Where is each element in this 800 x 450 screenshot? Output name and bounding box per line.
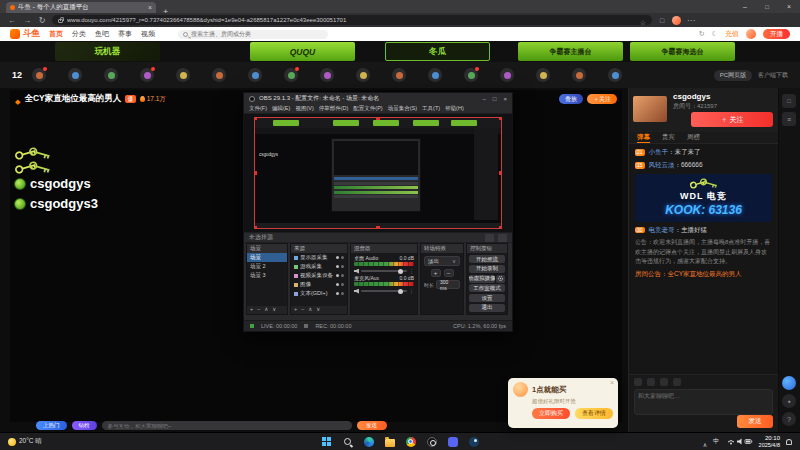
menu-file[interactable]: 文件(F) — [249, 105, 267, 112]
scene-up-icon[interactable] — [264, 307, 268, 313]
gift-icon[interactable] — [647, 378, 655, 386]
popup-close-icon[interactable] — [610, 379, 614, 386]
client-download-link[interactable]: 客户端下载 — [758, 71, 788, 80]
start-recording-button[interactable]: 开始录制 — [469, 265, 505, 273]
selection-handle[interactable] — [255, 118, 257, 120]
tray-expand-icon[interactable] — [703, 433, 707, 450]
chat-username[interactable]: 电竞老哥 — [648, 226, 674, 233]
transition-select[interactable]: 淡出 — [424, 256, 460, 266]
chrome-app-icon[interactable] — [404, 435, 417, 448]
night-mode-icon[interactable] — [712, 30, 718, 38]
nav-home[interactable]: 首页 — [49, 29, 63, 39]
follow-button[interactable]: ＋ 关注 — [691, 112, 773, 127]
obs-settings-button[interactable]: 设置 — [469, 294, 505, 302]
settings-icon[interactable] — [660, 378, 668, 386]
add-scene-icon[interactable] — [250, 307, 253, 313]
visibility-icon[interactable] — [336, 274, 339, 277]
more-icon[interactable] — [673, 378, 681, 386]
lock-source-icon[interactable] — [341, 265, 344, 268]
obs-screen-capture[interactable]: csgodgys — [255, 118, 501, 228]
collapse-panel-icon[interactable] — [782, 94, 796, 108]
source-item[interactable]: 视频采集设备 — [291, 271, 347, 280]
source-item[interactable]: 显示器采集 — [291, 253, 347, 262]
input-language-indicator[interactable]: 中 — [713, 437, 720, 446]
selection-handle[interactable] — [255, 226, 257, 228]
edge-app-icon[interactable] — [362, 435, 375, 448]
category-icon[interactable] — [176, 68, 190, 82]
start-button[interactable] — [320, 435, 333, 448]
visibility-icon[interactable] — [336, 256, 339, 259]
chat-message-list[interactable]: 21 小鱼干：来了来了 15 风轻云淡：666666 — [629, 144, 778, 374]
obs-exit-button[interactable]: 退出 — [469, 304, 505, 312]
remove-source-icon[interactable] — [301, 307, 304, 313]
visibility-icon[interactable] — [336, 265, 339, 268]
speaker-icon[interactable] — [354, 289, 359, 294]
lock-source-icon[interactable] — [341, 256, 344, 259]
menu-help[interactable]: 帮助(H) — [445, 105, 464, 112]
history-icon[interactable] — [699, 30, 705, 38]
scene-item[interactable]: 场景 2 — [247, 262, 287, 271]
nav-yuba[interactable]: 鱼吧 — [95, 29, 109, 39]
banner-tile[interactable]: QUQU — [250, 42, 355, 61]
lock-source-icon[interactable] — [341, 283, 344, 286]
virtual-camera-gear-icon[interactable] — [496, 275, 505, 283]
emoji-icon[interactable] — [634, 378, 642, 386]
banner-tile[interactable]: 冬瓜 — [385, 42, 490, 61]
network-volume-battery-icons[interactable] — [726, 437, 753, 446]
sources-list[interactable]: 显示器采集 游戏采集 视频采集设备 图像 — [291, 253, 347, 306]
category-icon[interactable] — [428, 68, 442, 82]
diamond-fan-button[interactable]: 钻粉 — [72, 421, 97, 430]
nav-esports[interactable]: 赛事 — [118, 29, 132, 39]
add-source-icon[interactable] — [294, 307, 297, 313]
browser-tab[interactable]: 斗鱼 - 每个人的直播平台 — [6, 2, 156, 13]
help-icon[interactable] — [782, 412, 796, 426]
volume-slider[interactable] — [354, 268, 414, 274]
view-details-button[interactable]: 查看详情 — [575, 408, 613, 419]
category-icon[interactable] — [68, 68, 82, 82]
duration-spinbox[interactable]: 300 ms — [436, 280, 460, 289]
scene-down-icon[interactable] — [272, 307, 276, 313]
menu-edit[interactable]: 编辑(E) — [272, 105, 290, 112]
category-icon[interactable] — [500, 68, 514, 82]
search-button[interactable] — [341, 435, 354, 448]
banner-tile[interactable]: 玩机器 — [55, 42, 160, 61]
tab-danmu[interactable]: 弹幕 — [637, 133, 650, 143]
scene-item[interactable]: 场景 3 — [247, 271, 287, 280]
browser-profile-avatar[interactable] — [672, 16, 681, 25]
streamer-avatar[interactable] — [633, 96, 667, 122]
recharge-link[interactable]: 充值 — [725, 29, 739, 39]
danmu-send-button[interactable]: 发送 — [357, 421, 387, 430]
category-icon[interactable] — [608, 68, 622, 82]
source-item[interactable]: 文本(GDI+) — [291, 289, 347, 298]
browser-menu-icon[interactable] — [686, 16, 696, 25]
menu-scene-collection[interactable]: 场景集合(S) — [388, 105, 417, 112]
category-icon[interactable] — [248, 68, 262, 82]
visibility-icon[interactable] — [336, 292, 339, 295]
team-promo-card[interactable]: WDL 电竞 KOOK: 63136 — [635, 174, 772, 222]
obs-title-bar[interactable]: OBS 29.1.3 - 配置文件: 未命名 - 场景: 未命名 — [244, 93, 512, 104]
virtual-camera-button[interactable]: 启动虚拟摄像机 — [469, 275, 495, 283]
chat-username[interactable]: 风轻云淡 — [648, 161, 674, 168]
menu-view[interactable]: 视图(V) — [295, 105, 313, 112]
category-icon[interactable] — [536, 68, 550, 82]
nav-video[interactable]: 视频 — [141, 29, 155, 39]
source-item[interactable]: 游戏采集 — [291, 262, 347, 271]
maximize-icon[interactable] — [756, 0, 778, 13]
broadcast-button[interactable]: 开播 — [763, 29, 790, 39]
banner-tile[interactable]: 争霸赛主播台 — [518, 42, 623, 61]
forward-icon[interactable] — [22, 16, 32, 25]
obs-preview-area[interactable]: csgodgys — [244, 114, 512, 232]
category-icon[interactable] — [320, 68, 334, 82]
slider-thumb[interactable] — [398, 289, 403, 294]
tab-close-icon[interactable] — [148, 4, 152, 11]
minimize-icon[interactable] — [734, 0, 756, 13]
tab-rank[interactable]: 周榜 — [687, 133, 700, 142]
selection-handle[interactable] — [499, 118, 501, 120]
gift-popup[interactable]: 1点就能买 超值好礼限时开抢 立即购买 查看详情 — [508, 378, 618, 428]
source-filters-icon[interactable] — [498, 234, 507, 242]
studio-mode-button[interactable]: 工作室模式 — [469, 284, 505, 292]
remove-transition-button[interactable]: – — [444, 269, 454, 277]
slider-track[interactable] — [361, 290, 407, 292]
selection-handle[interactable] — [376, 118, 380, 120]
address-bar[interactable]: www.douyu.com/421597?_r=0.73740236647858… — [52, 15, 652, 25]
